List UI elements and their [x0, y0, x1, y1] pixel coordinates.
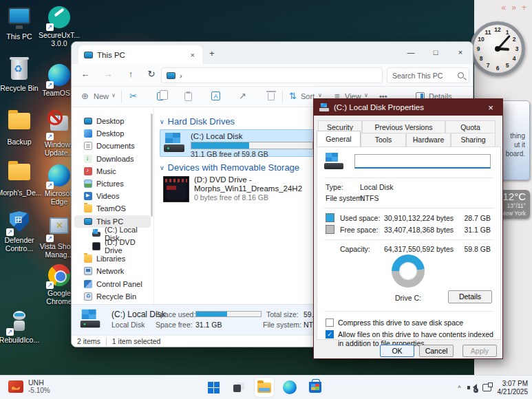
new-button[interactable]: New: [94, 92, 109, 100]
rename-icon[interactable]: A: [211, 91, 220, 100]
chevron-down-icon[interactable]: ∨: [160, 164, 164, 171]
drive-item-dvd[interactable]: (D:) DVD Drive - Morphs_Win11_Dreams_24H…: [160, 175, 325, 206]
delete-icon[interactable]: [268, 93, 275, 100]
network-icon[interactable]: [482, 384, 491, 391]
clock-number: 1: [503, 29, 511, 36]
sidebar-item-control-panel[interactable]: Control Panel: [74, 277, 151, 290]
dialog-title: (C:) Local Disk Properties: [334, 103, 424, 111]
sort-icon[interactable]: ⇅: [289, 91, 297, 101]
shortcut-arrow-icon: ↗: [6, 328, 14, 336]
desktop-icon-backup[interactable]: Backup: [0, 109, 42, 146]
volume-muted-icon[interactable]: ×: [467, 384, 476, 391]
forward-button[interactable]: →: [101, 69, 115, 79]
file-system-label: File system:: [263, 321, 301, 329]
tab-this-pc[interactable]: This PC ×: [78, 45, 202, 64]
separator: [324, 239, 493, 240]
compress-checkbox[interactable]: [326, 319, 334, 327]
shortcut-arrow-icon: ↗: [46, 81, 54, 89]
gadget-next-icon[interactable]: »: [511, 3, 518, 12]
refresh-button[interactable]: ↻: [145, 69, 158, 79]
sidebar-scrollbar[interactable]: [151, 114, 153, 217]
separator: [282, 91, 283, 103]
sidebar-item-music[interactable]: Music: [74, 165, 151, 177]
desktop-icon-recycle-bin[interactable]: Recycle Bin: [0, 58, 42, 92]
sidebar-item-recycle-bin[interactable]: Recycle Bin: [74, 290, 151, 303]
store-button[interactable]: [306, 378, 325, 397]
capacity-bar: [191, 142, 313, 149]
tab-general[interactable]: General: [317, 131, 361, 147]
window-controls: — □ ×: [398, 42, 473, 63]
desktop-icon-morphs[interactable]: Morph's_De...: [0, 160, 42, 197]
desktop-icon-defender-control[interactable]: ↗ Defender Contro...: [0, 210, 42, 252]
clock-gadget[interactable]: 12 1 2 3 4 5 6 7 8 9 10 11: [470, 21, 525, 76]
clock-number: 6: [493, 65, 502, 72]
tab-quota[interactable]: Quota: [445, 120, 496, 133]
widgets-button[interactable]: UNH -5.10%: [8, 378, 50, 394]
copy-icon[interactable]: [157, 92, 164, 100]
minimize-button[interactable]: —: [398, 42, 423, 63]
sidebar-item-downloads[interactable]: Downloads: [74, 153, 151, 165]
tab-close-icon[interactable]: ×: [189, 51, 197, 59]
volume-label-input[interactable]: [354, 154, 491, 169]
tab-previous-versions[interactable]: Previous Versions: [362, 120, 445, 133]
type-label: Type:: [326, 183, 343, 191]
details-button[interactable]: Details: [448, 290, 492, 303]
address-bar[interactable]: ›: [161, 67, 383, 83]
file-explorer-button[interactable]: [255, 378, 274, 397]
clock-number: 9: [474, 45, 482, 52]
tab-tools[interactable]: Tools: [361, 133, 406, 147]
back-button[interactable]: ←: [78, 69, 92, 79]
close-button[interactable]: ×: [448, 42, 473, 63]
share-icon[interactable]: ↗: [239, 91, 246, 101]
cut-icon[interactable]: ✂: [129, 91, 137, 101]
hidden-icons-chevron[interactable]: ^: [458, 385, 460, 391]
paste-icon[interactable]: [184, 92, 192, 101]
desktop-icon-rebuildico[interactable]: ↗ RebuildIco...: [0, 310, 42, 344]
chevron-down-icon: ∨: [318, 92, 322, 98]
sidebar-item-desktop[interactable]: Desktop: [74, 115, 151, 127]
tab-hardware[interactable]: Hardware: [406, 133, 451, 147]
up-button[interactable]: ↑: [124, 69, 138, 79]
selected-item-type: Local Disk: [111, 321, 145, 329]
chevron-down-icon: ∨: [111, 92, 116, 98]
sidebar-item-d-drive[interactable]: (D:) DVD Drive: [74, 240, 151, 252]
shortcut-arrow-icon: ↗: [46, 182, 54, 189]
sidebar-item-desktop-2[interactable]: Desktop: [74, 127, 151, 140]
edge-button[interactable]: [280, 378, 299, 397]
index-checkbox[interactable]: ✓: [326, 330, 334, 338]
chevron-down-icon[interactable]: ∨: [160, 118, 164, 125]
dvd-name-line1: (D:) DVD Drive -: [194, 175, 252, 184]
dialog-close-button[interactable]: ×: [485, 103, 497, 113]
clock-number: 3: [513, 45, 521, 52]
sidebar-item-videos[interactable]: Videos: [74, 190, 151, 202]
start-button[interactable]: [204, 378, 223, 397]
dialog-title-bar[interactable]: (C:) Local Disk Properties ×: [314, 99, 502, 116]
gadget-prev-icon[interactable]: «: [502, 3, 508, 12]
sidebar-item-documents[interactable]: Documents: [74, 140, 151, 152]
clock-date-area[interactable]: 3:07 PM 4/21/2025: [498, 380, 529, 396]
clock-center-dot: [495, 46, 500, 52]
ok-button[interactable]: OK: [380, 345, 414, 357]
search-input[interactable]: Search This PC: [387, 67, 469, 83]
separator: [324, 311, 493, 312]
total-size-label: Total size:: [266, 310, 299, 319]
navigation-pane: Desktop Desktop Documents Downloads Musi…: [72, 108, 154, 304]
apply-button[interactable]: Apply: [462, 345, 497, 357]
tab-sharing[interactable]: Sharing: [451, 133, 496, 147]
sidebar-item-network[interactable]: Network: [74, 265, 151, 277]
drive-item-c-selected[interactable]: (C:) Local Disk 31.1 GB free of 59.8 GB: [160, 129, 319, 157]
desktop-icon-this-pc[interactable]: This PC: [0, 6, 42, 41]
maximize-button[interactable]: □: [423, 42, 448, 63]
new-tab-button[interactable]: +: [209, 48, 215, 58]
shield-icon: ↗: [8, 211, 31, 235]
sidebar-item-pictures[interactable]: Pictures: [74, 177, 151, 190]
gadget-add-icon[interactable]: +: [522, 3, 528, 12]
breadcrumb-chevron-icon[interactable]: ›: [180, 72, 182, 80]
selected-count: 1 item selected: [112, 337, 161, 345]
capacity-gb: 59.8 GB: [464, 245, 491, 253]
sidebar-item-teamos[interactable]: TeamOS: [74, 202, 151, 215]
search-icon[interactable]: [458, 72, 464, 78]
new-plus-icon[interactable]: ⊕: [81, 91, 89, 101]
task-view-button[interactable]: [229, 378, 248, 397]
cancel-button[interactable]: Cancel: [419, 345, 454, 357]
